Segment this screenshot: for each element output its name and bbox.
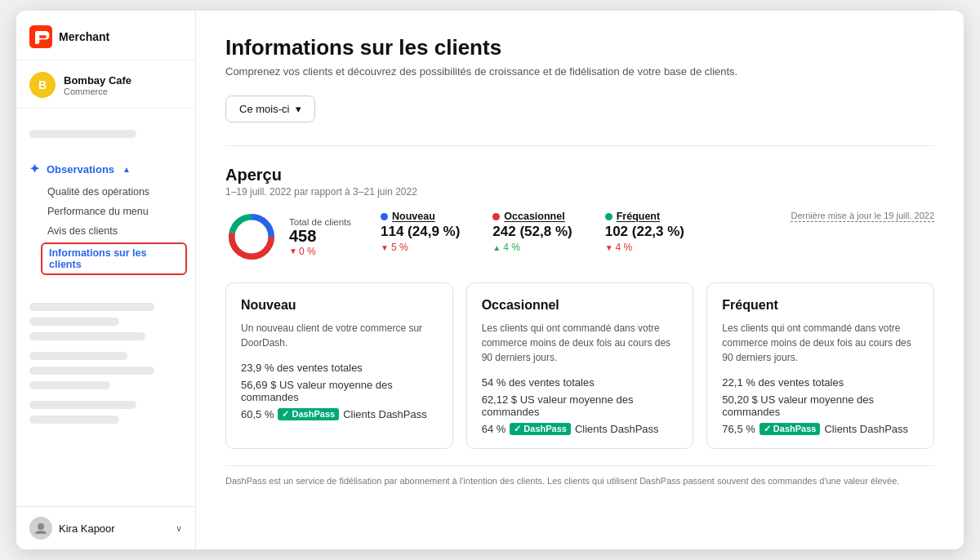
observations-section: ✦ Observations ▲ Qualité des opérations … (16, 151, 195, 282)
sidebar-footer[interactable]: Kira Kapoor ∨ (16, 506, 195, 549)
card-occasionnel-dashpass: 64 % ✓ DashPass Clients DashPass (482, 423, 679, 435)
merchant-label: Merchant (59, 30, 109, 43)
arrow-down-icon: ▼ (289, 247, 297, 256)
skeleton-9 (29, 416, 119, 424)
skeleton-3 (29, 318, 119, 326)
card-nouveau-desc: Un nouveau client de votre commerce sur … (241, 321, 438, 350)
total-change: ▼ 0 % (289, 246, 351, 257)
apercu-dates: 1–19 juill. 2022 par rapport à 3–21 juin… (225, 186, 934, 198)
arrow-down-icon-frequent: ▼ (605, 243, 613, 252)
stat-group: Nouveau 114 (24,9 %) ▼ 5 % (381, 211, 684, 253)
card-occasionnel: Occasionnel Les clients qui ont commandé… (466, 282, 694, 449)
total-label: Total de clients (289, 217, 351, 227)
sidebar-item-qualite[interactable]: Qualité des opérations (16, 182, 195, 202)
stat-nouveau-value: 114 (24,9 %) (381, 224, 460, 240)
arrow-down-icon-nouveau: ▼ (381, 243, 389, 252)
card-frequent-dashpass: 76,5 % ✓ DashPass Clients DashPass (722, 423, 919, 435)
skeleton-7 (29, 381, 110, 389)
card-frequent: Fréquent Les clients qui ont commandé da… (706, 282, 934, 449)
last-update-text: Dernière mise à jour le 19 juill. 2022 (791, 211, 934, 220)
stat-occasionnel-change: ▲ 4 % (492, 242, 572, 253)
card-frequent-desc: Les clients qui ont commandé dans votre … (722, 321, 919, 365)
dashpass-percent-frequent: 76,5 % (722, 423, 755, 435)
sidebar-item-avis[interactable]: Avis des clients (16, 221, 195, 241)
chevron-up-icon: ▲ (122, 165, 131, 174)
merchant-info: Bombay Cafe Commerce (64, 74, 131, 96)
observations-label: Observations (47, 163, 114, 176)
merchant-name: Bombay Cafe (64, 74, 131, 87)
card-nouveau: Nouveau Un nouveau client de votre comme… (225, 282, 453, 449)
sidebar-item-informations[interactable]: Informations sur les clients (41, 242, 187, 275)
sidebar-nav: ✦ Observations ▲ Qualité des opérations … (16, 109, 195, 506)
dashpass-percent-nouveau: 60,5 % (241, 408, 274, 420)
card-nouveau-stat-1: 56,69 $ US valeur moyenne des commandes (241, 379, 438, 403)
card-nouveau-stat-0: 23,9 % des ventes totales (241, 362, 438, 374)
chevron-down-icon: ▾ (296, 103, 301, 115)
card-occasionnel-stat-1: 62,12 $ US valeur moyenne des commandes (482, 393, 679, 418)
dot-occasionnel (492, 213, 500, 220)
svg-point-1 (38, 523, 44, 530)
dashpass-percent-occasionnel: 64 % (482, 423, 506, 435)
card-frequent-stat-0: 22,1 % des ventes totales (722, 376, 919, 389)
merchant-avatar: B (29, 72, 56, 98)
card-occasionnel-stat-0: 54 % des ventes totales (482, 376, 679, 389)
stat-frequent-header: Fréquent (605, 211, 684, 222)
footer-note: DashPass est un service de fidélisation … (225, 465, 934, 501)
card-occasionnel-title: Occasionnel (482, 298, 679, 313)
dashpass-clients-nouveau: Clients DashPass (343, 408, 427, 420)
dashpass-clients-frequent: Clients DashPass (824, 423, 908, 435)
dashpass-logo-frequent: ✓ DashPass (760, 423, 821, 435)
info-cards-row: Nouveau Un nouveau client de votre comme… (225, 282, 934, 449)
dashpass-clients-occasionnel: Clients DashPass (575, 423, 659, 435)
stat-nouveau-change: ▼ 5 % (381, 242, 460, 253)
skeleton-4 (29, 332, 145, 340)
donut-container: Total de clients 458 ▼ 0 % (225, 211, 356, 263)
stat-frequent-value: 102 (22,3 %) (605, 224, 684, 240)
user-name: Kira Kapoor (59, 522, 169, 535)
apercu-title: Aperçu (225, 166, 934, 184)
card-nouveau-dashpass: 60,5 % ✓ DashPass Clients DashPass (241, 408, 438, 420)
stat-occasionnel-value: 242 (52,8 %) (492, 224, 572, 240)
dashpass-logo-occasionnel: ✓ DashPass (510, 423, 571, 435)
page-title: Informations sur les clients (225, 35, 934, 60)
arrow-up-icon-occasionnel: ▲ (492, 243, 501, 252)
stat-occasionnel-header: Occasionnel (492, 211, 572, 222)
card-frequent-stat-1: 50,20 $ US valeur moyenne des commandes (722, 393, 919, 418)
page-subtitle: Comprenez vos clients et découvrez des p… (225, 65, 797, 78)
apercu-row: Dernière mise à jour le 19 juill. 2022 (225, 211, 934, 263)
doordash-icon (29, 25, 52, 48)
sidebar: Merchant B Bombay Cafe Commerce ✦ Observ… (16, 11, 196, 549)
donut-chart (225, 211, 278, 263)
donut-label: Total de clients 458 ▼ 0 % (289, 217, 351, 257)
card-nouveau-title: Nouveau (241, 298, 438, 313)
user-avatar (29, 517, 52, 540)
stat-nouveau: Nouveau 114 (24,9 %) ▼ 5 % (381, 211, 460, 253)
date-filter-button[interactable]: Ce mois-ci ▾ (225, 96, 315, 122)
dashpass-logo-nouveau: ✓ DashPass (278, 408, 339, 420)
svg-point-5 (232, 217, 271, 256)
skeleton-5 (29, 352, 127, 360)
merchant-section[interactable]: B Bombay Cafe Commerce (16, 60, 195, 109)
divider (225, 145, 934, 146)
total-value: 458 (289, 227, 351, 246)
stat-frequent-change: ▼ 4 % (605, 242, 684, 253)
skeleton-6 (29, 367, 154, 375)
dot-nouveau (381, 213, 388, 220)
skeleton-8 (29, 401, 136, 409)
skeleton-1 (29, 130, 136, 138)
observations-icon: ✦ (29, 162, 40, 176)
user-chevron-icon: ∨ (176, 523, 182, 534)
apercu-section: Aperçu 1–19 juill. 2022 par rapport à 3–… (225, 166, 934, 501)
sidebar-item-observations[interactable]: ✦ Observations ▲ (16, 156, 195, 182)
sidebar-item-performance[interactable]: Performance du menu (16, 202, 195, 221)
skeleton-2 (29, 303, 154, 311)
main-content: Informations sur les clients Comprenez v… (196, 11, 964, 549)
stat-frequent: Fréquent 102 (22,3 %) ▼ 4 % (605, 211, 684, 253)
dot-frequent (605, 213, 612, 220)
sidebar-logo: Merchant (16, 11, 195, 60)
stat-occasionnel: Occasionnel 242 (52,8 %) ▲ 4 % (492, 211, 572, 253)
card-occasionnel-desc: Les clients qui ont commandé dans votre … (482, 321, 679, 365)
card-frequent-title: Fréquent (722, 298, 919, 313)
filter-label: Ce mois-ci (239, 103, 289, 115)
merchant-sub: Commerce (64, 87, 131, 96)
